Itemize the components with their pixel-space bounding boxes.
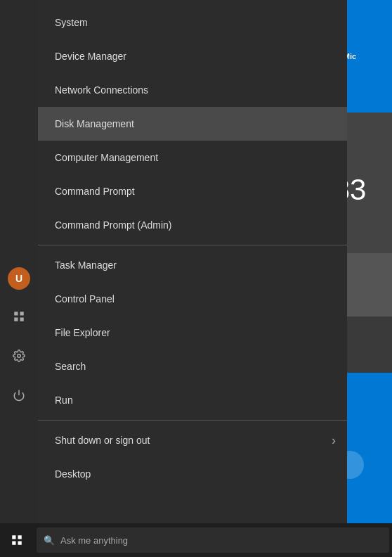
- start-button[interactable]: [0, 523, 34, 557]
- menu-divider: [38, 245, 347, 245]
- taskbar-search-text: Ask me anything: [60, 535, 128, 546]
- menu-item-device-manager[interactable]: Device Manager: [38, 39, 347, 73]
- menu-item-control-panel[interactable]: Control Panel: [38, 282, 347, 316]
- menu-item-run[interactable]: Run: [38, 383, 347, 417]
- svg-rect-8: [12, 542, 15, 545]
- context-menu: SystemDevice ManagerNetwork ConnectionsD…: [38, 0, 347, 523]
- menu-item-command-prompt[interactable]: Command Prompt: [38, 174, 347, 208]
- svg-rect-1: [20, 312, 24, 315]
- svg-point-4: [18, 354, 21, 358]
- svg-rect-3: [20, 318, 24, 321]
- menu-divider: [38, 420, 347, 421]
- sidebar-icon-power[interactable]: [6, 383, 32, 408]
- menu-item-desktop[interactable]: Desktop: [38, 457, 347, 491]
- svg-rect-0: [14, 312, 18, 315]
- menu-item-disk-management[interactable]: Disk Management: [38, 107, 347, 141]
- menu-item-search[interactable]: Search: [38, 350, 347, 383]
- menu-item-command-prompt-admin[interactable]: Command Prompt (Admin): [38, 208, 347, 242]
- menu-item-computer-management[interactable]: Computer Management: [38, 141, 347, 174]
- taskbar-search[interactable]: 🔍 Ask me anything: [37, 527, 389, 553]
- sidebar-icon-1[interactable]: [6, 304, 32, 329]
- svg-rect-2: [14, 318, 18, 321]
- taskbar: 🔍 Ask me anything: [0, 523, 392, 557]
- menu-item-task-manager[interactable]: Task Manager: [38, 248, 347, 282]
- sidebar-icon-gear[interactable]: [6, 343, 32, 369]
- user-avatar[interactable]: U: [8, 267, 30, 290]
- menu-item-system[interactable]: System: [38, 6, 347, 39]
- menu-item-network-connections[interactable]: Network Connections: [38, 73, 347, 107]
- svg-rect-7: [18, 535, 22, 539]
- svg-rect-9: [18, 542, 22, 545]
- menu-item-shut-down[interactable]: Shut down or sign out: [38, 423, 347, 457]
- svg-rect-6: [12, 535, 15, 539]
- left-sidebar: U: [0, 0, 38, 523]
- search-icon: 🔍: [44, 535, 55, 546]
- menu-item-file-explorer[interactable]: File Explorer: [38, 316, 347, 350]
